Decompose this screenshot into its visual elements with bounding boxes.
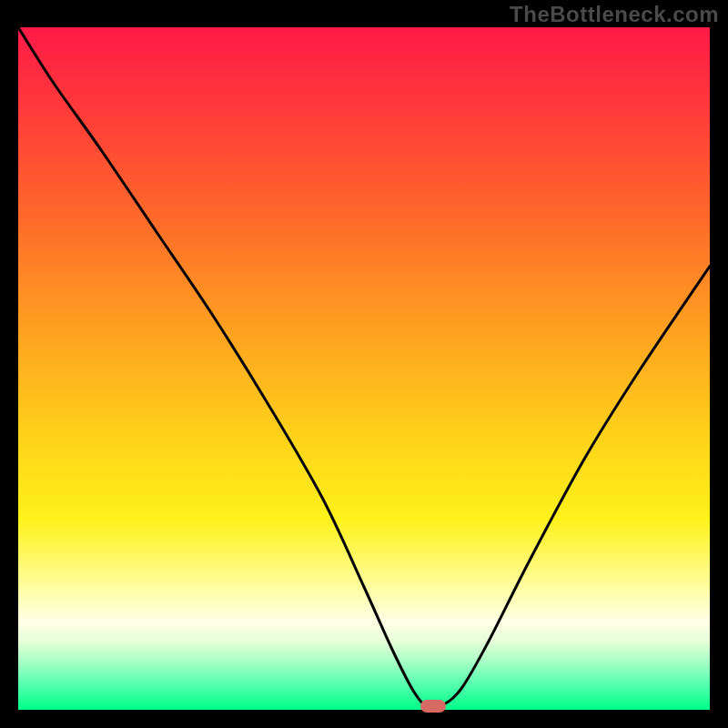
optimal-marker [420, 700, 446, 713]
chart-frame: TheBottleneck.com [0, 0, 728, 728]
curve-svg [18, 27, 710, 710]
plot-area [18, 27, 710, 710]
bottleneck-curve [18, 27, 710, 709]
watermark-text: TheBottleneck.com [510, 2, 719, 27]
